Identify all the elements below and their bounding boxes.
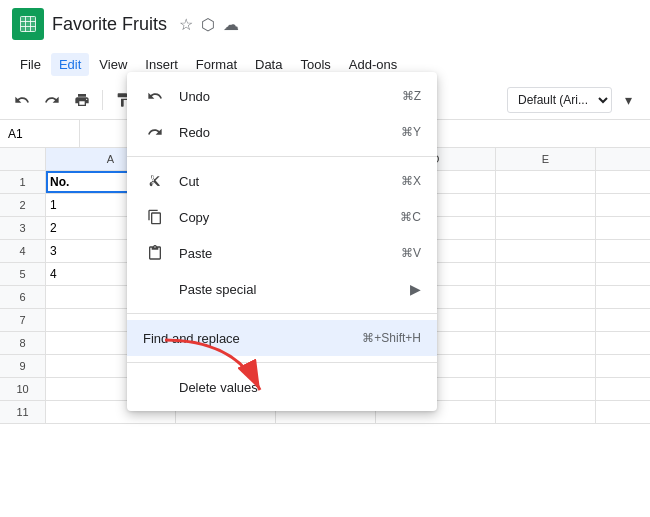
cell-e1[interactable] [496, 171, 596, 193]
find-replace-shortcut: ⌘+Shift+H [362, 331, 421, 345]
drive-icon[interactable]: ⬡ [201, 15, 215, 34]
row-num-11[interactable]: 11 [0, 401, 46, 423]
cell-reference[interactable]: A1 [0, 120, 80, 147]
font-dropdown-button[interactable]: ▾ [614, 86, 642, 114]
star-icon[interactable]: ☆ [179, 15, 193, 34]
paste-special-arrow: ▶ [410, 281, 421, 297]
menu-item-paste-special[interactable]: Paste special ▶ [127, 271, 437, 307]
row-num-7[interactable]: 7 [0, 309, 46, 331]
menu-file[interactable]: File [12, 53, 49, 76]
print-button[interactable] [68, 86, 96, 114]
menu-item-paste[interactable]: Paste ⌘V [127, 235, 437, 271]
copy-label: Copy [179, 210, 384, 225]
cell-e2[interactable] [496, 194, 596, 216]
row-num-6[interactable]: 6 [0, 286, 46, 308]
cut-label: Cut [179, 174, 385, 189]
row-num-3[interactable]: 3 [0, 217, 46, 239]
document-title: Favorite Fruits [52, 14, 167, 35]
cell-e9[interactable] [496, 355, 596, 377]
delete-values-label: Delete values [179, 380, 421, 395]
cell-e6[interactable] [496, 286, 596, 308]
redo-button[interactable] [38, 86, 66, 114]
redo-icon [143, 124, 167, 140]
cell-e4[interactable] [496, 240, 596, 262]
svg-rect-0 [21, 17, 36, 32]
paste-label: Paste [179, 246, 385, 261]
paste-icon [143, 245, 167, 261]
title-bar: Favorite Fruits ☆ ⬡ ☁ [0, 0, 650, 48]
cell-e5[interactable] [496, 263, 596, 285]
corner-cell [0, 148, 46, 170]
menu-item-delete-values[interactable]: Delete values [127, 369, 437, 405]
row-num-5[interactable]: 5 [0, 263, 46, 285]
app-icon [12, 8, 44, 40]
separator-1 [127, 156, 437, 157]
menu-item-cut[interactable]: Cut ⌘X [127, 163, 437, 199]
row-num-2[interactable]: 2 [0, 194, 46, 216]
edit-menu-dropdown: Undo ⌘Z Redo ⌘Y Cut ⌘X Copy ⌘C Paste ⌘V [127, 72, 437, 411]
find-replace-label: Find and replace [143, 331, 346, 346]
cell-e8[interactable] [496, 332, 596, 354]
cell-e3[interactable] [496, 217, 596, 239]
title-icons: ☆ ⬡ ☁ [179, 15, 239, 34]
undo-label: Undo [179, 89, 386, 104]
copy-icon [143, 209, 167, 225]
row-num-8[interactable]: 8 [0, 332, 46, 354]
paste-special-label: Paste special [179, 282, 402, 297]
row-num-10[interactable]: 10 [0, 378, 46, 400]
separator-3 [127, 362, 437, 363]
row-num-9[interactable]: 9 [0, 355, 46, 377]
cut-icon [143, 173, 167, 189]
row-num-1[interactable]: 1 [0, 171, 46, 193]
undo-button[interactable] [8, 86, 36, 114]
menu-item-undo[interactable]: Undo ⌘Z [127, 78, 437, 114]
row-num-4[interactable]: 4 [0, 240, 46, 262]
paste-shortcut: ⌘V [401, 246, 421, 260]
separator-2 [127, 313, 437, 314]
copy-shortcut: ⌘C [400, 210, 421, 224]
cell-e7[interactable] [496, 309, 596, 331]
undo-icon [143, 88, 167, 104]
menu-item-redo[interactable]: Redo ⌘Y [127, 114, 437, 150]
menu-item-find-replace[interactable]: Find and replace ⌘+Shift+H [127, 320, 437, 356]
cloud-icon[interactable]: ☁ [223, 15, 239, 34]
cell-e10[interactable] [496, 378, 596, 400]
cell-e11[interactable] [496, 401, 596, 423]
toolbar-separator-1 [102, 90, 103, 110]
font-selector[interactable]: Default (Ari... [507, 87, 612, 113]
menu-edit[interactable]: Edit [51, 53, 89, 76]
redo-shortcut: ⌘Y [401, 125, 421, 139]
redo-label: Redo [179, 125, 385, 140]
cut-shortcut: ⌘X [401, 174, 421, 188]
undo-shortcut: ⌘Z [402, 89, 421, 103]
menu-item-copy[interactable]: Copy ⌘C [127, 199, 437, 235]
col-header-e[interactable]: E [496, 148, 596, 170]
